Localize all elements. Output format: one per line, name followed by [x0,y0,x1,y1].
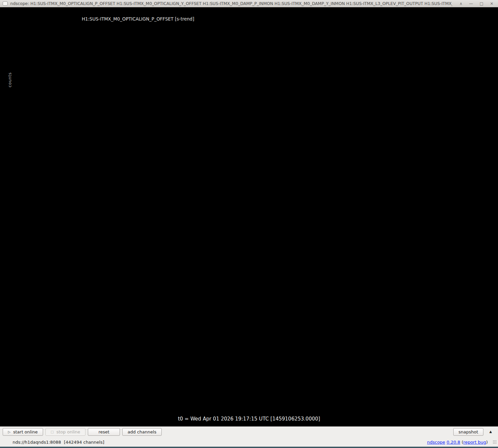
reset-button[interactable]: reset [88,428,120,436]
plot-grid: t0 = Wed Apr 01 2026 19:17:15 UTC [14591… [0,7,498,426]
version-link[interactable]: 0.20.8 [447,440,460,445]
triangle-up-icon: ▲ [488,429,493,434]
report-bug-link[interactable]: report bug [463,440,486,445]
bottom-chrome: ▷ start online □ stop online reset add c… [0,426,498,448]
window-title: ndscope: H1:SUS-ITMX_M0_OPTICALIGN_P_OFF… [10,1,452,6]
shade-button[interactable]: ∧ [460,1,463,6]
toolbar: ▷ start online □ stop online reset add c… [3,428,162,436]
t0-label: t0 = Wed Apr 01 2026 19:17:15 UTC [14591… [0,416,498,422]
stop-online-button: □ stop online [45,428,85,436]
minimize-button[interactable]: — [469,1,473,6]
about-links: ndscope 0.20.8 (report bug) [427,440,488,445]
reset-label: reset [98,429,109,434]
ndscope-link[interactable]: ndscope [427,440,445,445]
snapshot-label: snapshot [459,429,478,434]
close-button[interactable]: ✕ [490,1,493,6]
add-channels-label: add channels [128,429,156,434]
snapshot-button[interactable]: snapshot [453,428,483,436]
expand-panel-button[interactable]: ▲ [488,429,493,434]
y-axis-label: counts [7,47,13,113]
titlebar: ndscope: H1:SUS-ITMX_M0_OPTICALIGN_P_OFF… [0,0,498,7]
add-channels-button[interactable]: add channels [122,428,162,436]
stop-icon: □ [51,430,54,434]
app-icon [3,1,8,6]
plot-cell-0: H1:SUS-ITMX_M0_OPTICALIGN_P_OFFSET [s-tr… [3,13,248,146]
play-icon: ▷ [8,430,11,434]
stop-online-label: stop online [56,429,80,434]
start-online-button[interactable]: ▷ start online [3,428,43,436]
resize-grip[interactable] [493,440,497,444]
window-controls: ∧ — □ ✕ [455,1,495,6]
nds-server-status: nds://h1daqnds1:8088 [442494 channels] [13,440,104,445]
plot-title: H1:SUS-ITMX_M0_OPTICALIGN_P_OFFSET [s-tr… [29,16,247,22]
paren-close: ) [486,440,488,445]
statusbar: nds://h1daqnds1:8088 [442494 channels] n… [0,438,498,446]
start-online-label: start online [13,429,38,434]
maximize-button[interactable]: □ [480,1,483,6]
